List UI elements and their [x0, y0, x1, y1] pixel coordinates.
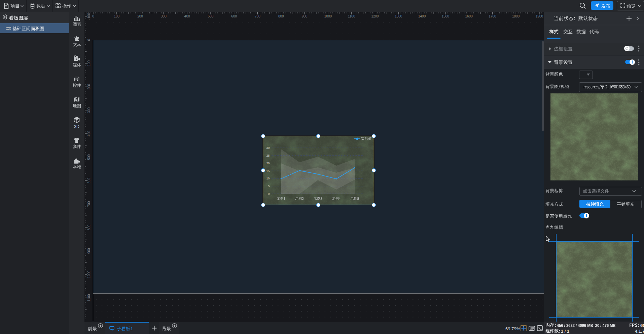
svg-text:700: 700	[87, 201, 91, 207]
svg-text:600: 600	[231, 14, 237, 18]
svg-text:1400: 1400	[418, 14, 426, 18]
svg-text:700: 700	[255, 14, 260, 18]
svg-text:1800: 1800	[512, 14, 520, 18]
svg-text:1200: 1200	[371, 14, 379, 18]
svg-text:0: 0	[87, 39, 91, 41]
svg-text:900: 900	[302, 14, 308, 18]
svg-text:800: 800	[87, 224, 91, 230]
svg-text:100: 100	[114, 14, 119, 18]
svg-text:1600: 1600	[465, 14, 473, 18]
svg-text:400: 400	[184, 14, 190, 18]
svg-text:1100: 1100	[348, 14, 355, 18]
svg-text:600: 600	[87, 178, 91, 183]
svg-text:200: 200	[87, 84, 91, 89]
svg-text:500: 500	[208, 14, 214, 18]
svg-text:1000: 1000	[324, 14, 332, 18]
svg-text:1500: 1500	[442, 14, 450, 18]
svg-text:900: 900	[87, 248, 91, 254]
svg-text:400: 400	[87, 131, 91, 136]
svg-text:1100: 1100	[87, 294, 91, 301]
svg-text:300: 300	[161, 14, 167, 18]
svg-text:200: 200	[137, 14, 143, 18]
svg-text:-100: -100	[87, 13, 91, 19]
svg-text:1300: 1300	[395, 14, 402, 18]
svg-text:800: 800	[278, 14, 284, 18]
svg-text:1700: 1700	[489, 14, 496, 18]
svg-text:500: 500	[87, 154, 91, 160]
svg-text:1000: 1000	[87, 270, 91, 278]
svg-text:1900: 1900	[536, 14, 543, 18]
svg-text:100: 100	[87, 60, 91, 66]
svg-text:300: 300	[87, 107, 91, 113]
